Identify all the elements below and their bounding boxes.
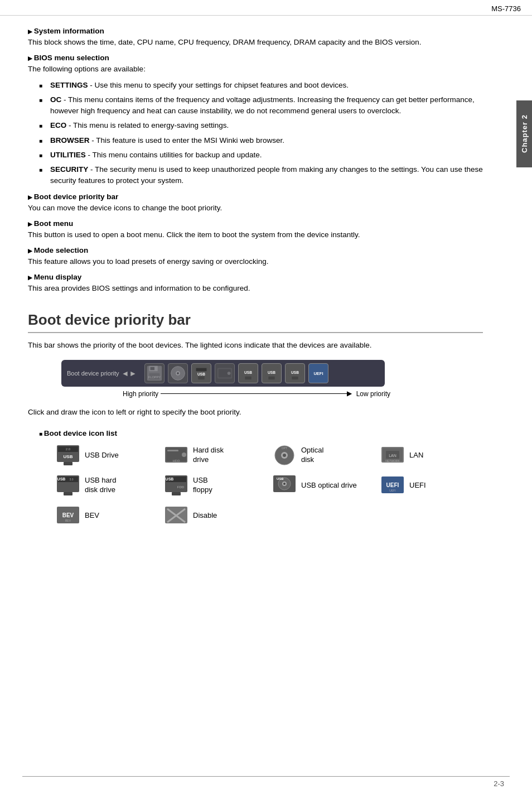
big-section-title: Boot device priority bar [28, 311, 483, 333]
boot-bar-label: Boot device priority ◄► [67, 369, 137, 378]
usb-floppy-label: USBfloppy [193, 476, 212, 495]
body-bios-menu-intro: The following options are available: [28, 64, 483, 75]
section-boot-priority-link: Boot device priority bar You can move th… [28, 192, 483, 214]
svg-rect-48 [64, 492, 72, 495]
desc-browser: - This feature is used to enter the MSI … [90, 136, 284, 145]
svg-rect-9 [196, 368, 207, 371]
icon-item-usb-drive: USB 2.0 USB Drive [56, 444, 158, 466]
svg-point-33 [182, 453, 186, 457]
desc-eco: - This menu is related to energy-saving … [66, 121, 229, 129]
body-system-info: This block shows the time, date, CPU nam… [28, 37, 483, 48]
svg-text:NETWORK: NETWORK [385, 459, 400, 463]
list-item-oc: OC - This menu contains items of the fre… [39, 94, 483, 117]
boot-icon-usb2[interactable]: USB [262, 363, 282, 383]
svg-point-14 [228, 372, 231, 375]
lan-icon: LAN NETWORK [380, 444, 405, 466]
heading-mode-selection: Mode selection [28, 246, 483, 254]
usb-hdd-icon: USB 3.0 [56, 474, 80, 497]
key-browser: BROWSER [50, 136, 90, 145]
svg-text:UEFI: UEFI [386, 482, 399, 488]
disable-icon [164, 504, 188, 527]
main-content: System information This block shows the … [0, 16, 516, 543]
icon-item-bev: BEV BEV BEV [56, 504, 158, 527]
svg-rect-29 [64, 462, 72, 465]
svg-point-7 [177, 372, 179, 374]
svg-text:OPT: OPT [282, 446, 287, 450]
boot-icon-floppy[interactable]: FLOPPY [144, 363, 165, 383]
heading-bios-menu: BIOS menu selection [28, 54, 483, 62]
svg-point-58 [283, 483, 286, 485]
boot-icon-uefi[interactable]: UEFI [308, 363, 328, 383]
key-oc: OC [50, 95, 61, 104]
icon-item-lan: LAN NETWORK LAN [380, 444, 483, 466]
svg-text:USB: USB [291, 370, 299, 374]
hdd-icon: HDD [164, 444, 188, 466]
chapter-tab: Chapter 2 [516, 100, 532, 167]
list-item-security: SECURITY - The security menu is used to … [39, 164, 483, 187]
icon-item-optical: OPT Opticaldisk [272, 444, 375, 466]
heading-system-info: System information [28, 27, 483, 35]
icon-item-usb-hdd: USB 3.0 USB harddisk drive [56, 474, 158, 497]
icon-item-usb-floppy: USB FDD USBfloppy [164, 474, 267, 497]
priority-arrow [161, 393, 347, 394]
svg-rect-17 [245, 376, 252, 379]
boot-icon-optical[interactable] [168, 363, 188, 383]
page-number: 2-3 [494, 779, 504, 788]
chapter-tab-label: Chapter 2 [520, 115, 529, 153]
heading-menu-display: Menu display [28, 273, 483, 281]
page-container: MS-7736 Chapter 2 System information Thi… [0, 0, 532, 799]
svg-text:3.0: 3.0 [70, 478, 74, 481]
lan-label: LAN [409, 451, 423, 460]
boot-icon-usb3[interactable]: USB [285, 363, 305, 383]
key-settings: SETTINGS [50, 81, 88, 89]
disable-label: Disable [193, 511, 217, 521]
usb-drive-icon: USB 2.0 [56, 444, 80, 466]
bev-label: BEV [85, 511, 99, 521]
svg-text:BEV: BEV [65, 519, 71, 522]
icon-list-section: Boot device icon list USB 2.0 USB Drive [28, 429, 483, 527]
svg-text:USB: USB [57, 477, 66, 481]
svg-text:FDD: FDD [177, 485, 185, 489]
priority-low-label: Low priority [356, 390, 390, 398]
optical-label: Opticaldisk [301, 446, 323, 465]
click-instruction: Click and draw the icon to left or right… [28, 407, 483, 418]
usb-optical-icon: USB [272, 474, 297, 497]
desc-oc: - This menu contains items of the freque… [50, 95, 475, 115]
section-boot-menu: Boot menu This button is used to open a … [28, 219, 483, 240]
icon-item-hdd: HDD Hard diskdrive [164, 444, 267, 466]
svg-text:USB: USB [166, 477, 174, 481]
hdd-label: Hard diskdrive [193, 446, 224, 465]
icon-list-title: Boot device icon list [28, 429, 483, 437]
bottom-border [22, 776, 510, 777]
heading-boot-menu: Boot menu [28, 219, 483, 228]
icon-item-usb-optical: USB USB optical drive [272, 474, 375, 497]
svg-rect-23 [292, 376, 298, 379]
icon-grid: USB 2.0 USB Drive [28, 444, 483, 527]
uefi-label: UEFI [409, 481, 426, 490]
svg-text:USB: USB [268, 370, 275, 374]
heading-boot-priority: Boot device priority bar [28, 192, 483, 201]
usb-drive-label: USB Drive [85, 451, 119, 460]
svg-rect-34 [167, 450, 178, 451]
svg-text:BEV: BEV [62, 512, 74, 518]
boot-priority-container: Boot device priority ◄► FLOPPY [28, 360, 483, 398]
priority-line: High priority Low priority [123, 390, 390, 398]
boot-icon-usb-drive[interactable]: USB [191, 363, 211, 383]
section-mode-selection: Mode selection This feature allows you t… [28, 246, 483, 267]
svg-text:UEFI: UEFI [389, 489, 395, 492]
boot-icon-usb1[interactable]: USB [238, 363, 258, 383]
key-eco: ECO [50, 121, 66, 129]
model-number: MS-7736 [491, 4, 521, 13]
section-system-info: System information This block shows the … [28, 27, 483, 48]
usb-floppy-icon: USB FDD [164, 474, 188, 497]
section-menu-display: Menu display This area provides BIOS set… [28, 273, 483, 294]
priority-high-label: High priority [123, 390, 158, 398]
svg-rect-20 [269, 376, 275, 379]
section-bios-menu: BIOS menu selection The following option… [28, 54, 483, 186]
boot-icon-hdd[interactable] [215, 363, 235, 383]
svg-rect-11 [199, 376, 205, 379]
svg-text:HDD: HDD [173, 459, 181, 463]
body-boot-priority: You can move the device icons to change … [28, 203, 483, 214]
list-item-utilities: UTILITIES - This menu contains utilities… [39, 150, 483, 161]
list-item-eco: ECO - This menu is related to energy-sav… [39, 120, 483, 131]
